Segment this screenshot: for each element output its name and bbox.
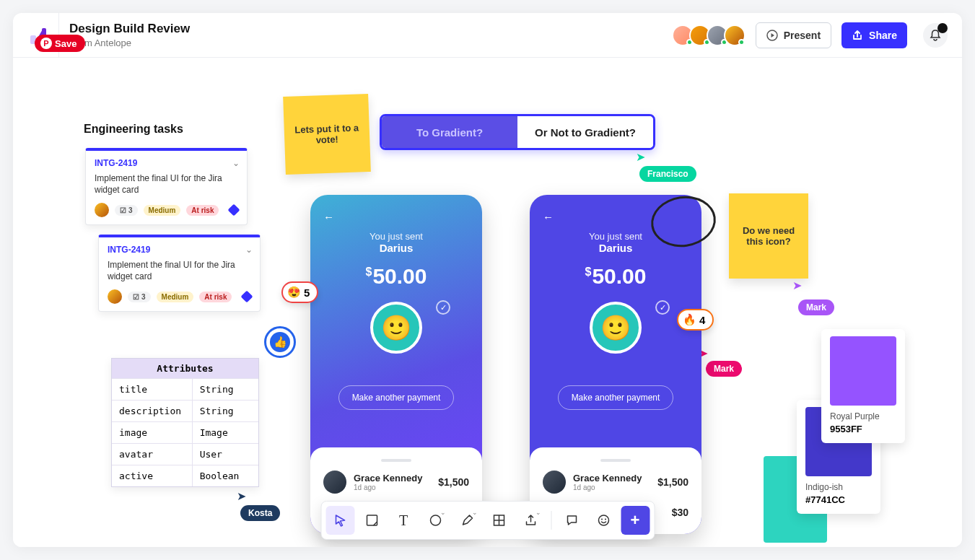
page-subtitle: Team Antelope — [69, 38, 666, 48]
vote-option-b[interactable]: Or Not to Gradient? — [517, 116, 653, 148]
back-icon: ← — [543, 211, 554, 223]
check-icon: ✓ — [436, 300, 450, 315]
make-payment-button: Make another payment — [338, 385, 454, 410]
mockup-phone-gradient[interactable]: ← You just sent Darius $50.00 ✓ 🙂 Make a… — [310, 195, 482, 534]
templates-tool[interactable] — [484, 506, 513, 535]
swatch-name: Royal Purple — [830, 411, 896, 421]
check-icon: ✓ — [655, 300, 670, 315]
page-title: Design Build Review — [69, 22, 666, 36]
cursor-icon: ➤ — [636, 150, 645, 164]
notifications-button[interactable] — [923, 23, 948, 48]
make-payment-button: Make another payment — [558, 385, 673, 410]
section-heading: Engineering tasks — [84, 123, 183, 136]
jira-card[interactable]: INTG-2419 ⌄ Implement the final UI for t… — [85, 148, 248, 225]
tx-time: 1d ago — [354, 484, 422, 491]
emoji-tool[interactable] — [589, 506, 618, 535]
chevron-down-icon[interactable]: ⌄ — [245, 245, 253, 255]
whiteboard-canvas[interactable]: Engineering tasks INTG-2419 ⌄ Implement … — [13, 58, 962, 547]
tx-amount: $1,500 — [438, 476, 469, 488]
jira-id: INTG-2419 — [108, 245, 251, 255]
comment-tool[interactable] — [557, 506, 586, 535]
tx-time: 1d ago — [573, 484, 642, 491]
swatch-hex: 9553FF — [830, 424, 896, 434]
cursor-icon: ➤ — [237, 489, 246, 503]
svg-point-8 — [598, 515, 608, 525]
amount: $50.00 — [310, 264, 482, 289]
thumbs-up-reaction[interactable]: 👍 — [264, 326, 296, 358]
attributes-table[interactable]: Attributes titleString descriptionString… — [111, 358, 259, 487]
sent-label: You just sent — [310, 231, 482, 242]
jira-id: INTG-2419 — [95, 158, 238, 168]
reaction-count: 5 — [304, 286, 310, 299]
vote-panel[interactable]: To Gradient? Or Not to Gradient? — [380, 114, 655, 150]
svg-point-9 — [601, 519, 603, 520]
presence-cursor: Kosta — [240, 505, 280, 521]
pinterest-icon: P — [40, 38, 52, 49]
present-label: Present — [784, 30, 821, 41]
reaction-count: 4 — [699, 314, 705, 326]
text-tool[interactable]: T — [389, 506, 418, 535]
jira-type-icon — [241, 291, 253, 303]
present-button[interactable]: Present — [756, 22, 831, 48]
tx-name: Grace Kennedy — [573, 473, 642, 484]
recipient-name: Darius — [310, 242, 482, 254]
select-tool[interactable] — [325, 506, 354, 535]
color-swatch-card[interactable]: Royal Purple 9553FF — [821, 329, 905, 443]
assignee-avatar — [95, 203, 109, 217]
thumbs-up-icon: 👍 — [270, 332, 290, 352]
cursor-icon — [333, 514, 346, 527]
grid-icon — [492, 514, 505, 527]
amount: $50.00 — [530, 264, 701, 289]
svg-point-4 — [430, 515, 440, 525]
subtask-count: ☑ 3 — [115, 205, 138, 216]
app-header: Design Build Review Team Antelope Presen… — [13, 13, 962, 58]
vote-option-a[interactable]: To Gradient? — [382, 116, 517, 148]
play-icon — [766, 30, 778, 41]
tx-avatar — [543, 471, 566, 494]
jira-summary: Implement the final UI for the Jira widg… — [108, 259, 251, 282]
recipient-avatar: 🙂 — [590, 302, 642, 354]
canvas-toolbar: T ⌄ ⌄ ⌄ + — [320, 501, 655, 540]
svg-point-10 — [605, 519, 606, 520]
subtask-count: ☑ 3 — [128, 292, 151, 302]
sticky-icon — [365, 514, 378, 527]
heart-eyes-icon: 😍 — [287, 286, 301, 299]
assignee-avatar — [108, 289, 122, 304]
back-icon: ← — [323, 211, 334, 223]
tx-avatar — [323, 471, 346, 494]
swatch-color — [830, 336, 896, 406]
shape-tool[interactable]: ⌄ — [421, 506, 450, 535]
sticky-note[interactable]: Do we need this icon? — [729, 193, 808, 279]
share-label: Share — [869, 30, 897, 41]
reaction-pill[interactable]: 🔥 4 — [677, 309, 714, 331]
reaction-pill[interactable]: 😍 5 — [281, 281, 318, 303]
fire-icon: 🔥 — [683, 313, 696, 326]
status-chip: At risk — [186, 205, 219, 216]
save-label: Save — [55, 38, 76, 49]
upload-tool[interactable]: ⌄ — [516, 506, 545, 535]
table-row: descriptionString — [112, 400, 258, 421]
presence-avatars — [676, 25, 746, 46]
smiley-icon — [597, 514, 610, 527]
jira-summary: Implement the final UI for the Jira widg… — [95, 172, 238, 196]
table-header: Attributes — [112, 359, 258, 378]
chevron-down-icon[interactable]: ⌄ — [232, 158, 240, 168]
avatar[interactable] — [724, 25, 746, 46]
notification-badge — [937, 23, 948, 33]
sticky-tool[interactable] — [357, 506, 386, 535]
tx-amount: $30 — [672, 507, 688, 518]
swatch-name: Indigo-ish — [805, 482, 872, 492]
presence-cursor: Mark — [798, 299, 834, 315]
table-row: imageImage — [112, 421, 258, 443]
jira-card[interactable]: INTG-2419 ⌄ Implement the final UI for t… — [98, 235, 261, 312]
pinterest-save[interactable]: P Save — [35, 35, 85, 52]
sticky-note[interactable]: Lets put it to a vote! — [283, 94, 371, 175]
status-chip: At risk — [199, 292, 232, 302]
tx-name: Grace Kennedy — [354, 473, 422, 484]
share-button[interactable]: Share — [841, 22, 907, 48]
draw-tool[interactable]: ⌄ — [452, 506, 481, 535]
presence-cursor: Mark — [706, 361, 742, 377]
priority-chip: Medium — [144, 205, 181, 216]
add-tool[interactable]: + — [621, 506, 650, 535]
recipient-avatar: 🙂 — [370, 302, 422, 354]
